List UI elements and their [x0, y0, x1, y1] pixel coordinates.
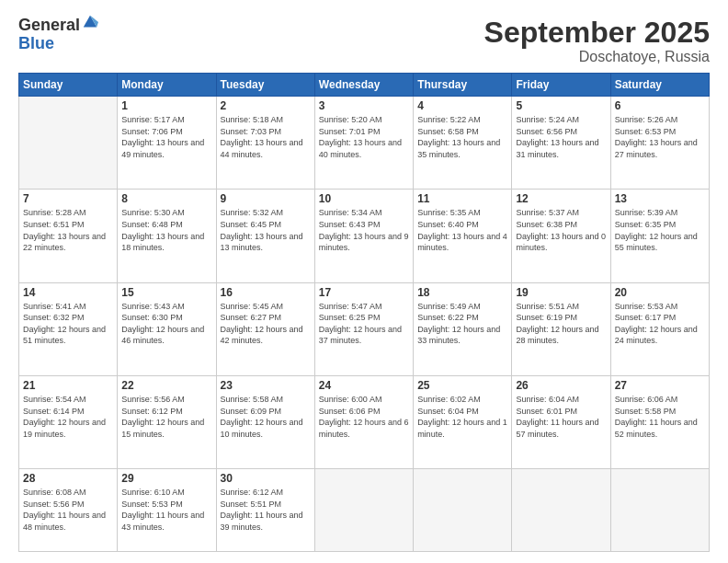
logo: General Blue: [18, 17, 98, 53]
calendar-cell: 17Sunrise: 5:47 AM Sunset: 6:25 PM Dayli…: [314, 282, 413, 375]
day-number: 21: [23, 379, 113, 392]
calendar-cell: 3Sunrise: 5:20 AM Sunset: 7:01 PM Daylig…: [314, 97, 413, 190]
calendar-cell: 1Sunrise: 5:17 AM Sunset: 7:06 PM Daylig…: [118, 97, 216, 190]
day-number: 5: [516, 99, 606, 112]
day-info: Sunrise: 5:30 AM Sunset: 6:48 PM Dayligh…: [121, 207, 211, 253]
day-number: 2: [221, 99, 311, 112]
day-number: 28: [23, 472, 113, 485]
day-info: Sunrise: 6:00 AM Sunset: 6:06 PM Dayligh…: [319, 394, 409, 440]
day-info: Sunrise: 5:24 AM Sunset: 6:56 PM Dayligh…: [516, 114, 606, 160]
day-number: 6: [615, 99, 705, 112]
month-title: September 2025: [484, 17, 710, 49]
calendar-cell: 20Sunrise: 5:53 AM Sunset: 6:17 PM Dayli…: [610, 282, 709, 375]
day-info: Sunrise: 5:17 AM Sunset: 7:06 PM Dayligh…: [121, 114, 211, 160]
day-info: Sunrise: 6:12 AM Sunset: 5:51 PM Dayligh…: [221, 487, 311, 533]
week-row-2: 7Sunrise: 5:28 AM Sunset: 6:51 PM Daylig…: [19, 190, 710, 282]
header-friday: Friday: [512, 74, 610, 97]
day-number: 14: [23, 286, 113, 299]
day-info: Sunrise: 5:18 AM Sunset: 7:03 PM Dayligh…: [221, 114, 311, 160]
week-row-4: 21Sunrise: 5:54 AM Sunset: 6:14 PM Dayli…: [19, 375, 710, 468]
calendar-cell: [610, 469, 709, 552]
day-number: 3: [319, 99, 409, 112]
calendar-cell: 28Sunrise: 6:08 AM Sunset: 5:56 PM Dayli…: [19, 469, 118, 552]
day-number: 22: [121, 379, 211, 392]
week-row-1: 1Sunrise: 5:17 AM Sunset: 7:06 PM Daylig…: [19, 97, 710, 190]
day-info: Sunrise: 5:51 AM Sunset: 6:19 PM Dayligh…: [516, 301, 606, 347]
logo-general-text: General: [18, 17, 80, 35]
calendar-cell: [19, 97, 118, 190]
day-info: Sunrise: 5:28 AM Sunset: 6:51 PM Dayligh…: [23, 207, 113, 253]
calendar-cell: 8Sunrise: 5:30 AM Sunset: 6:48 PM Daylig…: [118, 190, 216, 282]
day-number: 23: [221, 379, 311, 392]
calendar-cell: 7Sunrise: 5:28 AM Sunset: 6:51 PM Daylig…: [19, 190, 118, 282]
location: Doschatoye, Russia: [484, 49, 710, 65]
day-number: 18: [417, 286, 507, 299]
day-number: 13: [615, 192, 705, 205]
day-info: Sunrise: 5:39 AM Sunset: 6:35 PM Dayligh…: [615, 207, 705, 253]
day-number: 24: [319, 379, 409, 392]
day-info: Sunrise: 5:47 AM Sunset: 6:25 PM Dayligh…: [319, 301, 409, 347]
day-info: Sunrise: 5:32 AM Sunset: 6:45 PM Dayligh…: [221, 207, 311, 253]
day-number: 11: [417, 192, 507, 205]
calendar-cell: 26Sunrise: 6:04 AM Sunset: 6:01 PM Dayli…: [512, 375, 610, 468]
day-info: Sunrise: 5:22 AM Sunset: 6:58 PM Dayligh…: [417, 114, 507, 160]
day-number: 19: [516, 286, 606, 299]
calendar-cell: 25Sunrise: 6:02 AM Sunset: 6:04 PM Dayli…: [414, 375, 512, 468]
day-info: Sunrise: 5:35 AM Sunset: 6:40 PM Dayligh…: [417, 207, 507, 253]
calendar-cell: 16Sunrise: 5:45 AM Sunset: 6:27 PM Dayli…: [216, 282, 314, 375]
calendar-cell: 5Sunrise: 5:24 AM Sunset: 6:56 PM Daylig…: [512, 97, 610, 190]
calendar-cell: 21Sunrise: 5:54 AM Sunset: 6:14 PM Dayli…: [19, 375, 118, 468]
logo-blue-text: Blue: [18, 35, 98, 53]
calendar: Sunday Monday Tuesday Wednesday Thursday…: [18, 73, 710, 552]
calendar-cell: 23Sunrise: 5:58 AM Sunset: 6:09 PM Dayli…: [216, 375, 314, 468]
calendar-cell: 4Sunrise: 5:22 AM Sunset: 6:58 PM Daylig…: [414, 97, 512, 190]
header-sunday: Sunday: [19, 74, 118, 97]
day-info: Sunrise: 6:08 AM Sunset: 5:56 PM Dayligh…: [23, 487, 113, 533]
header-saturday: Saturday: [610, 74, 709, 97]
week-row-5: 28Sunrise: 6:08 AM Sunset: 5:56 PM Dayli…: [19, 469, 710, 552]
day-info: Sunrise: 5:37 AM Sunset: 6:38 PM Dayligh…: [516, 207, 606, 253]
header-thursday: Thursday: [414, 74, 512, 97]
calendar-cell: 30Sunrise: 6:12 AM Sunset: 5:51 PM Dayli…: [216, 469, 314, 552]
day-number: 15: [121, 286, 211, 299]
day-number: 17: [319, 286, 409, 299]
calendar-cell: 14Sunrise: 5:41 AM Sunset: 6:32 PM Dayli…: [19, 282, 118, 375]
calendar-cell: 29Sunrise: 6:10 AM Sunset: 5:53 PM Dayli…: [118, 469, 216, 552]
calendar-cell: 6Sunrise: 5:26 AM Sunset: 6:53 PM Daylig…: [610, 97, 709, 190]
logo-icon: [82, 14, 98, 30]
day-number: 4: [417, 99, 507, 112]
calendar-cell: 18Sunrise: 5:49 AM Sunset: 6:22 PM Dayli…: [414, 282, 512, 375]
day-number: 7: [23, 192, 113, 205]
day-number: 8: [121, 192, 211, 205]
day-info: Sunrise: 6:10 AM Sunset: 5:53 PM Dayligh…: [121, 487, 211, 533]
header: General Blue September 2025 Doschatoye, …: [18, 17, 710, 65]
day-info: Sunrise: 6:06 AM Sunset: 5:58 PM Dayligh…: [615, 394, 705, 440]
page: General Blue September 2025 Doschatoye, …: [0, 0, 728, 563]
calendar-cell: [314, 469, 413, 552]
day-info: Sunrise: 5:43 AM Sunset: 6:30 PM Dayligh…: [121, 301, 211, 347]
calendar-cell: 27Sunrise: 6:06 AM Sunset: 5:58 PM Dayli…: [610, 375, 709, 468]
day-info: Sunrise: 5:41 AM Sunset: 6:32 PM Dayligh…: [23, 301, 113, 347]
day-info: Sunrise: 5:56 AM Sunset: 6:12 PM Dayligh…: [121, 394, 211, 440]
day-number: 27: [615, 379, 705, 392]
day-info: Sunrise: 5:20 AM Sunset: 7:01 PM Dayligh…: [319, 114, 409, 160]
day-number: 1: [121, 99, 211, 112]
header-tuesday: Tuesday: [216, 74, 314, 97]
day-info: Sunrise: 5:53 AM Sunset: 6:17 PM Dayligh…: [615, 301, 705, 347]
day-info: Sunrise: 5:45 AM Sunset: 6:27 PM Dayligh…: [221, 301, 311, 347]
day-number: 26: [516, 379, 606, 392]
calendar-cell: 13Sunrise: 5:39 AM Sunset: 6:35 PM Dayli…: [610, 190, 709, 282]
calendar-cell: 19Sunrise: 5:51 AM Sunset: 6:19 PM Dayli…: [512, 282, 610, 375]
calendar-cell: 10Sunrise: 5:34 AM Sunset: 6:43 PM Dayli…: [314, 190, 413, 282]
day-info: Sunrise: 6:02 AM Sunset: 6:04 PM Dayligh…: [417, 394, 507, 440]
day-info: Sunrise: 5:26 AM Sunset: 6:53 PM Dayligh…: [615, 114, 705, 160]
day-number: 9: [221, 192, 311, 205]
week-row-3: 14Sunrise: 5:41 AM Sunset: 6:32 PM Dayli…: [19, 282, 710, 375]
day-number: 29: [121, 472, 211, 485]
header-wednesday: Wednesday: [314, 74, 413, 97]
day-info: Sunrise: 5:49 AM Sunset: 6:22 PM Dayligh…: [417, 301, 507, 347]
calendar-cell: [414, 469, 512, 552]
title-block: September 2025 Doschatoye, Russia: [484, 17, 710, 65]
calendar-cell: 9Sunrise: 5:32 AM Sunset: 6:45 PM Daylig…: [216, 190, 314, 282]
calendar-cell: 15Sunrise: 5:43 AM Sunset: 6:30 PM Dayli…: [118, 282, 216, 375]
